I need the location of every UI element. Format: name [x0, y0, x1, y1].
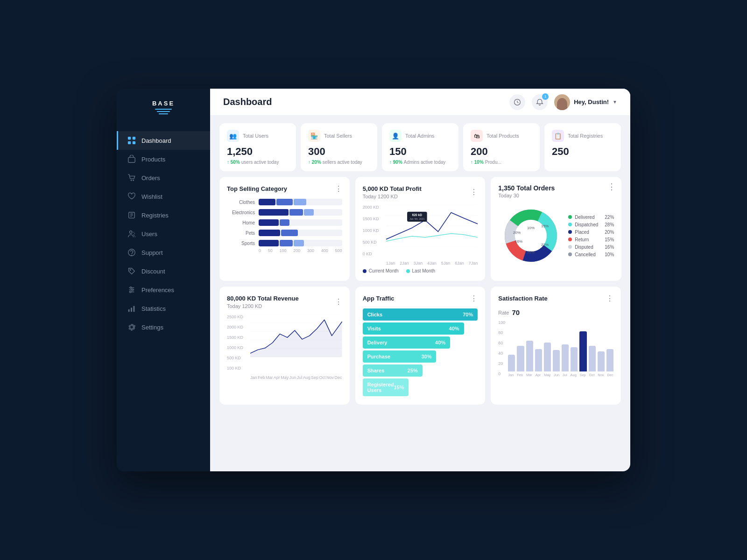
- sat-bar-dec: [606, 320, 613, 371]
- sidebar-item-registries[interactable]: Registries: [117, 206, 210, 224]
- support-icon: [127, 248, 136, 257]
- traffic-pct-registered: 15%: [394, 385, 404, 390]
- sat-bar-jun: [553, 320, 560, 371]
- svg-point-6: [133, 180, 134, 181]
- box-icon: [127, 155, 136, 163]
- bar-row-sports: Sports: [227, 240, 342, 246]
- svg-point-19: [132, 289, 134, 291]
- svg-text:15%: 15%: [541, 224, 549, 228]
- sliders-icon: [127, 286, 136, 294]
- top-selling-menu[interactable]: ⋮: [335, 184, 342, 193]
- top-selling-card: Top Selling Category ⋮ Clothes Headphone…: [219, 177, 350, 281]
- stat-card-users: 👥 Total Users 1,250 ↑ 50% users active t…: [219, 123, 296, 171]
- sat-bar-apr: [535, 320, 542, 371]
- stat-trend-sellers: ↑ 20% sellers active today: [308, 160, 370, 165]
- registries-stat-icon: 📋: [552, 130, 564, 142]
- traffic-pct-delivery: 40%: [435, 340, 445, 345]
- stat-label-sellers: Total Sellers: [324, 133, 352, 139]
- sat-title: Satisfaction Rate: [498, 295, 547, 302]
- dashboard-body: 👥 Total Users 1,250 ↑ 50% users active t…: [210, 116, 630, 471]
- svg-point-5: [131, 180, 132, 181]
- svg-text:Jan 4th, 2021: Jan 4th, 2021: [409, 217, 424, 220]
- total-orders-title: 1,350 Total Orders: [498, 184, 614, 192]
- sat-bar-feb: [517, 320, 524, 371]
- sidebar-label-settings: Settings: [141, 324, 163, 331]
- svg-text:10%: 10%: [527, 226, 535, 230]
- sidebar-item-statistics[interactable]: Statistics: [117, 299, 210, 318]
- user-greeting: Hey, Dustin!: [574, 98, 609, 105]
- sat-bar-oct: [589, 320, 596, 371]
- profit-x-labels: 1Jan2Jan3Jan4Jan5Jan6Jan7Jan: [386, 261, 478, 266]
- sidebar-item-discount[interactable]: Discount: [117, 262, 210, 280]
- tag-icon: [127, 267, 136, 275]
- bar-label-electronics: Electronics: [227, 210, 255, 215]
- sat-menu[interactable]: ⋮: [606, 294, 613, 303]
- svg-rect-23: [134, 306, 135, 312]
- sidebar-item-wishlist[interactable]: Wishlist: [117, 187, 210, 206]
- sidebar-label-support: Support: [141, 249, 163, 256]
- products-stat-icon: 🛍: [471, 130, 483, 142]
- stat-card-admins: 👤 Total Admins 150 ↑ 90% Admins active t…: [382, 123, 458, 171]
- sidebar-item-products[interactable]: Products: [117, 150, 210, 168]
- donut-chart: 10% 15% 16% 22% 28% 20%: [498, 203, 564, 268]
- bar-row-electronics: Electronics: [227, 209, 342, 216]
- header: Dashboard 1: [210, 89, 630, 116]
- stat-label-users: Total Users: [243, 133, 268, 139]
- stat-card-sellers: 🏪 Total Sellers 300 ↑ 20% sellers active…: [301, 123, 377, 171]
- traffic-label-purchase: Purchase: [367, 354, 422, 359]
- revenue-x-labels: JanFebMarAprMayJunJulAugSepOctNovDec: [250, 375, 342, 380]
- clock-button[interactable]: [509, 94, 525, 110]
- main-area: Dashboard 1: [210, 89, 630, 471]
- total-revenue-card: 80,000 KD Total Revenue Today 1200 KD ⋮ …: [219, 287, 350, 405]
- traffic-label-registered: Registered Users: [367, 382, 394, 393]
- traffic-row-delivery: Delivery 40%: [363, 336, 450, 349]
- donut-area: 10% 15% 16% 22% 28% 20% Delivered22% Dis…: [498, 203, 614, 268]
- sidebar-item-dashboard[interactable]: Dashboard: [117, 131, 210, 150]
- heart-icon: [127, 192, 136, 201]
- svg-text:20%: 20%: [513, 231, 521, 235]
- svg-point-18: [130, 287, 132, 289]
- total-profit-title: 5,000 KD Total Profit: [363, 185, 422, 192]
- svg-point-13: [132, 255, 132, 256]
- sidebar-item-users[interactable]: Users: [117, 224, 210, 243]
- stat-trend-products: ↑ 10% Produ...: [471, 160, 532, 165]
- avatar: [554, 94, 570, 110]
- nav-items: Dashboard Products Orders: [117, 126, 210, 471]
- revenue-menu[interactable]: ⋮: [335, 297, 342, 306]
- bar-label-home: Home: [227, 220, 255, 225]
- notification-button[interactable]: 1: [532, 94, 548, 110]
- svg-rect-22: [131, 308, 132, 312]
- top-selling-title: Top Selling Category: [227, 185, 287, 192]
- user-menu[interactable]: Hey, Dustin! ▼: [554, 94, 617, 110]
- stat-trend-admins: ↑ 90% Admins active today: [389, 160, 451, 165]
- traffic-row-visits: Visits 40%: [363, 322, 464, 335]
- bar-seg: [259, 199, 275, 205]
- svg-rect-4: [128, 157, 135, 162]
- total-profit-menu[interactable]: ⋮: [470, 188, 478, 196]
- sat-rate-label: Rate: [498, 310, 509, 315]
- logo-text: BASE: [152, 100, 175, 107]
- total-profit-card: 5,000 KD Total Profit Today 1200 KD ⋮ 20…: [355, 177, 486, 281]
- stat-label-products: Total Products: [486, 133, 519, 139]
- traffic-menu[interactable]: ⋮: [470, 294, 478, 303]
- users-icon: [127, 230, 136, 238]
- app-traffic-card: App Traffic ⋮ Clicks 70% Visits 40%: [355, 287, 486, 405]
- profit-y-labels: 2000 KD1500 KD1000 KD500 KD0 KD: [363, 205, 379, 256]
- sidebar-label-preferences: Preferences: [141, 287, 174, 294]
- sidebar-item-settings[interactable]: Settings: [117, 318, 210, 336]
- top-selling-chart: Clothes Headphones Electronics: [227, 199, 342, 246]
- bar-label-sports: Sports: [227, 241, 255, 246]
- orders-menu[interactable]: ⋮: [607, 182, 616, 192]
- sidebar-label-orders: Orders: [141, 175, 160, 182]
- logo-icon: [155, 109, 172, 117]
- stat-value-registries: 250: [552, 146, 613, 158]
- sidebar-item-preferences[interactable]: Preferences: [117, 280, 210, 299]
- sidebar-item-orders[interactable]: Orders: [117, 168, 210, 187]
- sat-x-labels: Jan Feb Mar Apr May Jun Jul Aug Sep Oct: [508, 373, 613, 377]
- bar-row-pets: Pets: [227, 230, 342, 236]
- row-3: 80,000 KD Total Revenue Today 1200 KD ⋮ …: [219, 287, 621, 405]
- sidebar-item-support[interactable]: Support: [117, 243, 210, 262]
- svg-rect-0: [128, 137, 131, 140]
- page-title: Dashboard: [223, 97, 272, 107]
- stat-value-products: 200: [471, 146, 532, 158]
